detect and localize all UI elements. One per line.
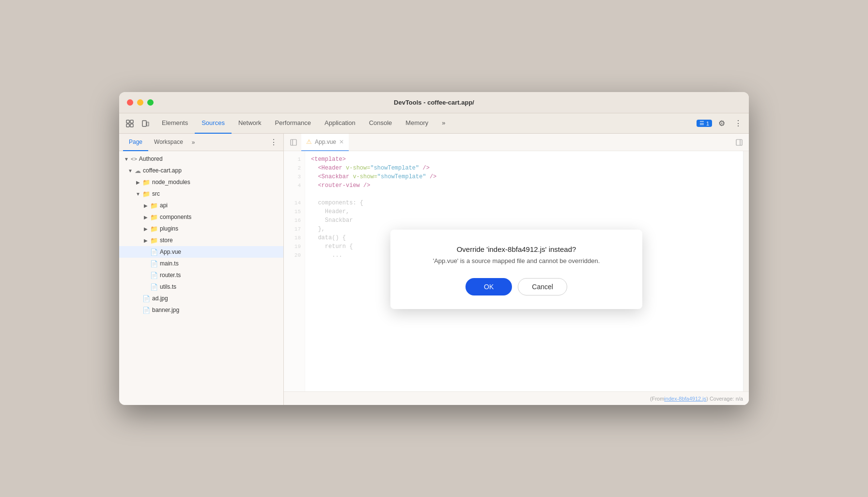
svg-rect-0 <box>126 120 129 123</box>
cancel-button[interactable]: Cancel <box>518 278 567 295</box>
tree-src[interactable]: ▼ 📁 src <box>119 188 283 200</box>
tree-api[interactable]: ▶ 📁 api <box>119 200 283 211</box>
tree-app-vue[interactable]: 📄 App.vue <box>119 246 283 258</box>
more-options-button[interactable]: ⋮ <box>731 117 745 130</box>
file-banner-jpg-icon: 📄 <box>142 307 150 314</box>
sidebar-tab-more[interactable]: » <box>189 139 198 146</box>
tree-arrow-components: ▶ <box>142 214 149 220</box>
tree-components[interactable]: ▶ 📁 components <box>119 211 283 223</box>
titlebar: DevTools - coffee-cart.app/ <box>119 92 749 113</box>
dialog: Override 'index-8bfa4912.js' instead? 'A… <box>390 230 642 309</box>
maximize-button[interactable] <box>147 99 154 106</box>
tab-memory[interactable]: Memory <box>399 113 435 134</box>
tree-coffee-cart[interactable]: ▼ ☁ coffee-cart.app <box>119 165 283 176</box>
authored-brackets-icon: <> <box>131 156 137 162</box>
tabbar-right-actions: ☰ 1 ⚙ ⋮ <box>697 117 745 130</box>
tab-application[interactable]: Application <box>318 113 362 134</box>
tree-ad-jpg[interactable]: 📄 ad.jpg <box>119 293 283 304</box>
device-icon[interactable] <box>139 117 152 130</box>
folder-src-icon: 📁 <box>142 190 150 198</box>
settings-button[interactable]: ⚙ <box>715 117 728 130</box>
folder-components-icon: 📁 <box>150 214 158 221</box>
window-controls <box>127 99 154 106</box>
sidebar: Page Workspace » ⋮ ▼ <> Authored <box>119 134 284 405</box>
tab-network[interactable]: Network <box>232 113 268 134</box>
svg-rect-2 <box>126 124 129 127</box>
tree-arrow-plugins: ▶ <box>142 225 149 232</box>
tab-elements[interactable]: Elements <box>155 113 195 134</box>
file-main-ts-icon: 📄 <box>150 260 158 267</box>
tree-arrow-store: ▶ <box>142 237 149 244</box>
ok-button[interactable]: OK <box>465 278 512 295</box>
dialog-buttons: OK Cancel <box>410 278 623 295</box>
devtools-window: DevTools - coffee-cart.app/ Elements Sou… <box>119 92 749 405</box>
cloud-icon: ☁ <box>135 167 141 174</box>
file-ad-jpg-icon: 📄 <box>142 295 150 302</box>
folder-plugins-icon: 📁 <box>150 225 158 233</box>
svg-rect-4 <box>142 121 146 126</box>
console-badge[interactable]: ☰ 1 <box>697 120 712 127</box>
dialog-overlay: Override 'index-8bfa4912.js' instead? 'A… <box>284 134 749 405</box>
file-utils-ts-icon: 📄 <box>150 283 158 291</box>
tree-arrow-api: ▶ <box>142 202 149 209</box>
dialog-message: 'App.vue' is a source mapped file and ca… <box>410 257 623 264</box>
tab-performance[interactable]: Performance <box>268 113 318 134</box>
close-button[interactable] <box>127 99 133 106</box>
tree-arrow-node-modules: ▶ <box>135 179 141 186</box>
main-tabbar: Elements Sources Network Performance App… <box>119 113 749 134</box>
folder-store-icon: 📁 <box>150 237 158 244</box>
tab-console[interactable]: Console <box>362 113 399 134</box>
folder-api-icon: 📁 <box>150 202 158 209</box>
tab-more[interactable]: » <box>435 113 452 134</box>
file-tree: ▼ <> Authored ▼ ☁ coffee-cart.app ▶ 📁 no… <box>119 151 283 405</box>
sidebar-tabbar: Page Workspace » ⋮ <box>119 134 283 151</box>
file-router-ts-icon: 📄 <box>150 272 158 279</box>
dialog-title: Override 'index-8bfa4912.js' instead? <box>410 245 623 253</box>
tree-utils-ts[interactable]: 📄 utils.ts <box>119 281 283 293</box>
folder-node-modules-icon: 📁 <box>142 179 150 186</box>
tree-arrow-coffee-cart: ▼ <box>127 167 134 174</box>
sidebar-menu-button[interactable]: ⋮ <box>268 138 279 147</box>
tree-arrow-authored: ▼ <box>123 155 130 162</box>
tree-router-ts[interactable]: 📄 router.ts <box>119 269 283 281</box>
svg-rect-3 <box>130 124 133 127</box>
tree-store[interactable]: ▶ 📁 store <box>119 234 283 246</box>
tab-sources[interactable]: Sources <box>195 113 232 134</box>
tree-plugins[interactable]: ▶ 📁 plugins <box>119 223 283 234</box>
main-content: Page Workspace » ⋮ ▼ <> Authored <box>119 134 749 405</box>
file-app-vue-icon: 📄 <box>150 248 158 256</box>
tree-banner-jpg[interactable]: 📄 banner.jpg <box>119 304 283 316</box>
code-panel: ⚠ App.vue ✕ 1 2 3 4 <box>284 134 749 405</box>
tree-node-modules[interactable]: ▶ 📁 node_modules <box>119 176 283 188</box>
inspect-icon[interactable] <box>123 117 137 130</box>
tree-authored-section[interactable]: ▼ <> Authored <box>119 153 283 165</box>
window-title: DevTools - coffee-cart.app/ <box>394 99 474 106</box>
tree-main-ts[interactable]: 📄 main.ts <box>119 258 283 269</box>
tree-arrow-src: ▼ <box>135 190 141 197</box>
sidebar-tab-workspace[interactable]: Workspace <box>148 134 189 151</box>
minimize-button[interactable] <box>137 99 143 106</box>
svg-rect-1 <box>130 120 133 123</box>
svg-rect-5 <box>147 122 149 126</box>
sidebar-tab-page[interactable]: Page <box>123 134 148 151</box>
